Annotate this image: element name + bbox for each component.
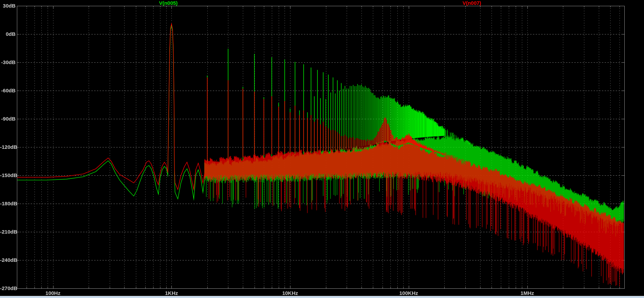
x-tick-label: 100Hz: [38, 290, 69, 296]
y-tick-label: -240dB: [0, 257, 16, 263]
y-tick-label: -120dB: [0, 144, 16, 150]
x-tick-label: 1MHz: [512, 290, 543, 296]
y-tick-label: 30dB: [0, 3, 16, 9]
y-tick-label: -30dB: [0, 60, 16, 65]
y-tick-label: -60dB: [0, 88, 16, 93]
y-tick-label: -210dB: [0, 229, 16, 235]
y-tick-label: 0dB: [0, 31, 16, 37]
legend-trace-vn005[interactable]: V(n005): [148, 0, 189, 6]
x-tick-label: 100KHz: [393, 290, 424, 296]
ltspice-fft-window: V(n005) V(n007) 30dB0dB-30dB-60dB-90dB-1…: [0, 0, 644, 298]
y-tick-label: -90dB: [0, 116, 16, 122]
legend-trace-vn007[interactable]: V(n007): [451, 0, 493, 6]
waveform-plot-pane[interactable]: [0, 0, 644, 298]
y-tick-label: -270dB: [0, 286, 16, 291]
x-tick-label: 10KHz: [275, 290, 306, 296]
x-tick-label: 1KHz: [156, 290, 187, 296]
y-tick-label: -180dB: [0, 201, 16, 206]
y-tick-label: -150dB: [0, 173, 16, 178]
